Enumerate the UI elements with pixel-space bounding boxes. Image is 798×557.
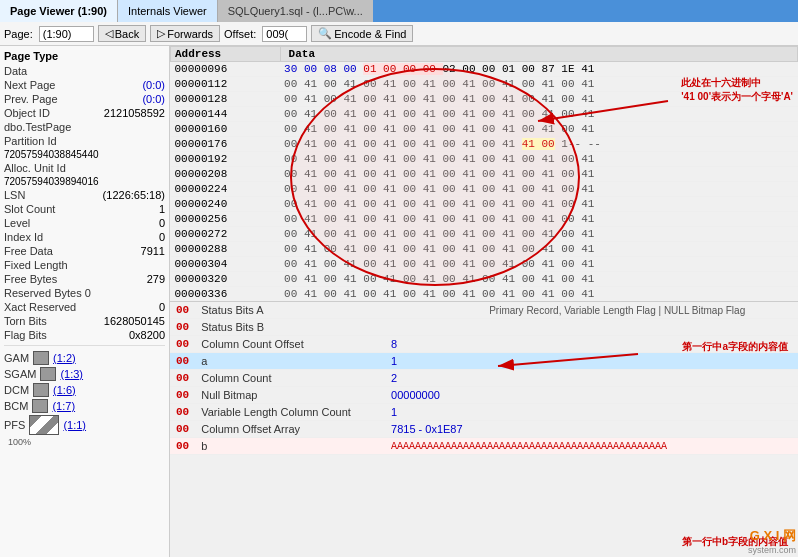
b-field-annotation: 第一行中b字段的内容值 [682, 535, 788, 549]
dcm-row: DCM (1:6) [4, 382, 165, 398]
hex-address: 00000256 [171, 212, 281, 227]
hex-row: 00000320 00 41 00 41 00 41 00 41 00 41 0… [171, 272, 798, 287]
rec-field-name: Null Bitmap [195, 387, 385, 404]
left-row-partitionid-val: 72057594038845440 [4, 148, 165, 161]
hex-row: 00000288 00 41 00 41 00 41 00 41 00 41 0… [171, 242, 798, 257]
hex-row: 00000096 30 00 08 00 01 00 00 00 02 00 0… [171, 62, 798, 77]
rec-desc [483, 370, 798, 387]
sql-query-tab[interactable]: SQLQuery1.sql - (l...PC\w... [218, 0, 373, 22]
hex-data: 00 41 00 41 00 41 00 41 00 41 00 41 00 4… [280, 197, 797, 212]
sgam-row: SGAM (1:3) [4, 366, 165, 382]
left-row-tornbits: Torn Bits 1628050145 [4, 314, 165, 328]
hex-row: 00000128 00 41 00 41 00 41 00 41 00 41 0… [171, 92, 798, 107]
record-row: 00 Column Count Offset 8 [170, 336, 798, 353]
prev-page-link[interactable]: (0:0) [142, 93, 165, 105]
rec-field-name: a [195, 353, 385, 370]
pfs-thumb [29, 415, 59, 435]
hex-data: 00 41 00 41 00 41 00 41 00 41 00 41 00 4… [280, 212, 797, 227]
hex-address: 00000176 [171, 137, 281, 152]
rec-field-name: Status Bits A [195, 302, 385, 319]
hex-data: 30 00 08 00 01 00 00 00 02 00 00 01 00 8… [280, 62, 797, 77]
left-row-partitionid-label: Partition Id [4, 134, 165, 148]
hex-data: 00 41 00 41 00 41 00 41 00 41 00 41 00 4… [280, 122, 797, 137]
rec-status: 00 [170, 387, 195, 404]
pfs-percent: 100% [8, 437, 31, 447]
back-button[interactable]: ◁ Back [98, 25, 146, 42]
hex-address: 00000224 [171, 182, 281, 197]
rec-value: 7815 - 0x1E87 [385, 421, 483, 438]
left-row-pagetype: Data [4, 64, 165, 78]
hex-row: 00000112 00 41 00 41 00 41 00 41 00 41 0… [171, 77, 798, 92]
left-row-allocunitid-val: 72057594039894016 [4, 175, 165, 188]
rec-field-name: Column Count [195, 370, 385, 387]
left-row-indexid: Index Id 0 [4, 230, 165, 244]
sgam-box [40, 367, 56, 381]
rec-status: 00 [170, 336, 195, 353]
records-table-container[interactable]: 00 Status Bits A Primary Record, Variabl… [170, 302, 798, 557]
hex-row: 00000160 00 41 00 41 00 41 00 41 00 41 0… [171, 122, 798, 137]
rec-value [385, 302, 483, 319]
next-page-link[interactable]: (0:0) [142, 79, 165, 91]
gam-link[interactable]: (1:2) [53, 352, 76, 364]
offset-input[interactable] [262, 26, 307, 42]
rec-value: 1 [385, 404, 483, 421]
rec-status: 00 [170, 404, 195, 421]
rec-field-name: Column Count Offset [195, 336, 385, 353]
main-container: Page Type Data Next Page (0:0) Prev. Pag… [0, 46, 798, 557]
rec-value: 8 [385, 336, 483, 353]
hex-address: 00000160 [171, 122, 281, 137]
rec-value: 1 [385, 353, 483, 370]
hex-address: 00000208 [171, 167, 281, 182]
rec-desc [483, 353, 798, 370]
hex-row: 00000144 00 41 00 41 00 41 00 41 00 41 0… [171, 107, 798, 122]
hex-data: 00 41 00 41 00 41 00 41 00 41 00 41 00 4… [280, 152, 797, 167]
pfs-link[interactable]: (1:1) [63, 419, 86, 431]
record-row: 00 Column Count 2 [170, 370, 798, 387]
page-input[interactable] [39, 26, 94, 42]
divider [4, 345, 165, 346]
bcm-row: BCM (1:7) [4, 398, 165, 414]
forwards-icon: ▷ [157, 27, 165, 40]
bcm-link[interactable]: (1:7) [52, 400, 75, 412]
left-row-xactreserved: Xact Reserved 0 [4, 300, 165, 314]
record-row: 00 Status Bits A Primary Record, Variabl… [170, 302, 798, 319]
rec-value [385, 319, 483, 336]
hex-data: 00 41 00 41 00 41 00 41 00 41 00 41 00 4… [280, 287, 797, 302]
left-row-slotcount: Slot Count 1 [4, 202, 165, 216]
left-row-dbo: dbo.TestPage [4, 120, 165, 134]
left-row-nextpage: Next Page (0:0) [4, 78, 165, 92]
hex-row: 00000224 00 41 00 41 00 41 00 41 00 41 0… [171, 182, 798, 197]
hex-data: 00 41 00 41 00 41 00 41 00 41 00 41 00 4… [280, 182, 797, 197]
hex-address: 00000320 [171, 272, 281, 287]
page-viewer-tab[interactable]: Page Viewer (1:90) [0, 0, 118, 22]
hex-row: 00000304 00 41 00 41 00 41 00 41 00 41 0… [171, 257, 798, 272]
hex-table-container[interactable]: Address Data 00000096 30 00 08 00 01 00 … [170, 46, 798, 302]
rec-desc [483, 319, 798, 336]
rec-status: 00 [170, 438, 195, 455]
hex-data: 00 41 00 41 00 41 00 41 00 41 00 41 41 0… [280, 137, 797, 152]
offset-label: Offset: [224, 28, 256, 40]
rec-field-name: Column Offset Array [195, 421, 385, 438]
rec-status: 00 [170, 302, 195, 319]
record-row: 00 Status Bits B [170, 319, 798, 336]
hex-address: 00000288 [171, 242, 281, 257]
record-row: 00 a 1 [170, 353, 798, 370]
hex-address: 00000336 [171, 287, 281, 302]
dcm-link[interactable]: (1:6) [53, 384, 76, 396]
title-bar: Page Viewer (1:90) Internals Viewer SQLQ… [0, 0, 798, 22]
rec-value: 00000000 [385, 387, 483, 404]
record-row: 00 Variable Length Column Count 1 [170, 404, 798, 421]
hex-data: 00 41 00 41 00 41 00 41 00 41 00 41 00 4… [280, 272, 797, 287]
watermark-text: G X I 网 [748, 527, 796, 545]
watermark: G X I 网 system.com [748, 527, 796, 555]
rec-value: 2 [385, 370, 483, 387]
pfs-percent-row: 100% [4, 436, 165, 448]
hex-data: 00 41 00 41 00 41 00 41 00 41 00 41 00 4… [280, 257, 797, 272]
encode-find-button[interactable]: 🔍 Encode & Find [311, 25, 413, 42]
forwards-button[interactable]: ▷ Forwards [150, 25, 220, 42]
left-row-objectid: Object ID 2121058592 [4, 106, 165, 120]
left-row-flagbits: Flag Bits 0x8200 [4, 328, 165, 342]
sgam-link[interactable]: (1:3) [60, 368, 83, 380]
left-row-freebytes: Free Bytes 279 [4, 272, 165, 286]
internals-viewer-tab[interactable]: Internals Viewer [118, 0, 218, 22]
